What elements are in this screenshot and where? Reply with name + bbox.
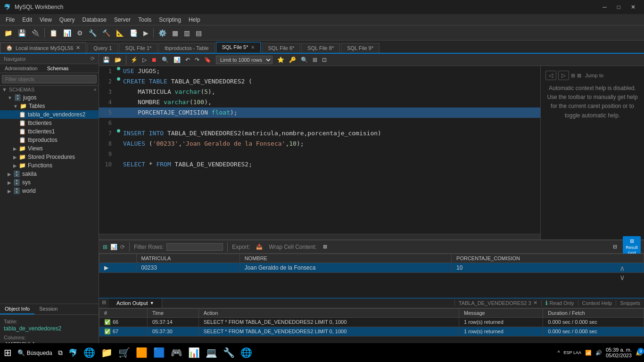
search-btn[interactable]: 🔍 <box>299 56 310 64</box>
tab-query1[interactable]: Query 1 <box>87 43 118 53</box>
tab-sqlfile9[interactable]: SQL File 9* <box>341 43 380 53</box>
result-collapse-btn[interactable]: ⊟ <box>610 243 620 251</box>
toolbar-btn3[interactable]: 📊 <box>61 28 74 38</box>
toolbar-btn6[interactable]: 🔨 <box>100 28 113 38</box>
filter-input[interactable] <box>2 75 97 83</box>
tab-sqlfile6[interactable]: SQL File 6* <box>262 43 300 53</box>
instance-tab[interactable]: 🏠 Local instance MySQL56 ✕ <box>0 42 86 53</box>
debug-btn[interactable]: 🔍 <box>160 56 171 64</box>
taskbar-app3[interactable]: 🎮 <box>169 345 184 360</box>
col-header-matricula[interactable]: MATRICULA <box>136 254 239 263</box>
col-header-comision[interactable]: PORCENTAJE_COMISION <box>452 254 644 263</box>
scroll-up-icon[interactable]: ∧ <box>619 264 625 273</box>
next-btn[interactable]: ↷ <box>193 56 201 64</box>
sql-editor[interactable]: 1 USE JUGOS; 2 CREATE TABLE TABLA_DE_VEN… <box>99 66 540 239</box>
navigator-icon[interactable]: ⟳ <box>91 56 95 62</box>
code-content[interactable]: 1 USE JUGOS; 2 CREATE TABLE TABLA_DE_VEN… <box>99 66 540 234</box>
taskbar-store[interactable]: 🛒 <box>116 345 132 360</box>
tabla-tab-close[interactable]: ✕ <box>533 300 537 306</box>
taskview-btn[interactable]: ⧉ <box>56 347 65 359</box>
menu-edit[interactable]: Edit <box>18 16 36 24</box>
tray-datetime[interactable]: 05:39 a. m. 05/02/2023 <box>606 347 632 358</box>
result-refresh-icon[interactable]: ⟳ <box>120 244 125 250</box>
taskbar-app7[interactable]: 🌐 <box>239 345 254 360</box>
toolbar-layout2[interactable]: ▥ <box>182 28 192 38</box>
output-dropdown[interactable]: ▼ <box>150 301 154 305</box>
menu-query[interactable]: Query <box>56 16 79 24</box>
save-btn[interactable]: 💾 <box>101 56 112 64</box>
indent-btn[interactable]: ⊞ <box>311 56 319 64</box>
folder-tables[interactable]: ▼ 📁 Tables <box>0 102 99 110</box>
action-row-66[interactable]: ✅66 05:37:14 SELECT * FROM TABLA_DE_VEND… <box>99 317 644 327</box>
menu-database[interactable]: Database <box>79 16 110 24</box>
taskbar-app4[interactable]: 📊 <box>186 345 202 360</box>
context-help-tab[interactable]: Context Help <box>578 300 616 306</box>
col-header-nombre[interactable]: NOMBRE <box>239 254 451 263</box>
output-tab-action[interactable]: Action Output ▼ <box>109 298 162 308</box>
folder-stored-procedures[interactable]: ▶ 📁 Stored Procedures <box>0 153 99 161</box>
taskbar-app2[interactable]: 🟦 <box>151 345 167 360</box>
tray-arrow[interactable]: ^ <box>557 350 560 355</box>
tray-volume[interactable]: 🔊 <box>595 350 602 356</box>
folder-views[interactable]: ▶ 📁 Views <box>0 144 99 153</box>
table-vendedores2[interactable]: 📋 tabla_de_vendedores2 <box>0 110 99 119</box>
tab-session[interactable]: Session <box>34 304 62 314</box>
toolbar-btn5[interactable]: 🔧 <box>86 28 99 38</box>
minimize-button[interactable]: ─ <box>598 2 611 12</box>
explain-btn[interactable]: 📊 <box>172 56 182 64</box>
toolbar-settings[interactable]: ⚙️ <box>156 28 169 38</box>
tab-sqlfile1[interactable]: SQL File 1* <box>119 43 157 53</box>
export-btn[interactable]: 📥 <box>253 243 266 251</box>
star-btn[interactable]: ⭐ <box>275 56 286 64</box>
taskbar-browser[interactable]: 🌐 <box>82 345 97 360</box>
tab-object-info[interactable]: Object Info <box>0 304 34 314</box>
menu-view[interactable]: View <box>36 16 56 24</box>
menu-file[interactable]: File <box>2 16 18 24</box>
toolbar-layout1[interactable]: ▦ <box>170 28 181 38</box>
toolbar-btn7[interactable]: 📐 <box>114 28 126 38</box>
help-fwd-btn[interactable]: ▷ <box>558 71 569 80</box>
start-button[interactable]: ⊞ <box>2 345 14 360</box>
taskbar-file[interactable]: 📁 <box>99 345 115 360</box>
folder-functions[interactable]: ▶ 📁 Functions <box>0 161 99 170</box>
schema-sys[interactable]: ▶ 🗄️ sys <box>0 178 99 187</box>
menu-tools[interactable]: Tools <box>134 16 155 24</box>
toolbar-btn2[interactable]: 📋 <box>47 28 60 38</box>
taskbar-app5[interactable]: 💻 <box>204 345 219 360</box>
search-button[interactable]: 🔍 Búsqueda <box>16 347 54 358</box>
table-tbclientes[interactable]: 📋 tbclientes <box>0 119 99 127</box>
toolbar-btn9[interactable]: ▶ <box>141 28 151 38</box>
tab-sqlfile8[interactable]: SQL File 8* <box>301 43 340 53</box>
menu-help[interactable]: Help <box>185 16 204 24</box>
prev-btn[interactable]: ↶ <box>183 56 192 64</box>
execute-sel-btn[interactable]: ▷ <box>140 56 149 64</box>
execute-btn[interactable]: ⚡ <box>129 56 140 64</box>
scroll-down-icon[interactable]: ∨ <box>619 273 625 282</box>
toolbar-btn8[interactable]: 📑 <box>127 28 140 38</box>
menu-server[interactable]: Server <box>110 16 134 24</box>
tab-tbproductos[interactable]: tbproductos - Table <box>158 43 215 53</box>
help-back-btn[interactable]: ◁ <box>545 71 556 80</box>
toolbar-save[interactable]: 💾 <box>16 28 28 38</box>
wrap-cell-btn[interactable]: ⊠ <box>320 243 330 251</box>
snippets-tab[interactable]: Snippets <box>616 300 644 306</box>
tab-sqlfile5[interactable]: SQL File 5* ✕ <box>216 42 261 53</box>
admin-tab-administration[interactable]: Administration <box>0 64 42 73</box>
wrap-btn[interactable]: ⊡ <box>320 56 329 64</box>
tray-wifi[interactable]: 📶 <box>585 350 592 356</box>
stop-btn[interactable]: ⏹ <box>149 56 159 64</box>
schema-sakila[interactable]: ▶ 🗄️ sakila <box>0 170 99 178</box>
table-tbproductos[interactable]: 📋 tbproductos <box>0 136 99 144</box>
taskbar-workbench[interactable]: 🐬 <box>66 346 80 359</box>
format-btn[interactable]: 🔑 <box>287 56 298 64</box>
toolbar-btn4[interactable]: ⚙ <box>74 28 85 38</box>
taskbar-app6[interactable]: 🔧 <box>221 345 237 360</box>
toolbar-layout3[interactable]: ▤ <box>193 28 204 38</box>
maximize-button[interactable]: □ <box>612 2 625 12</box>
notification-btn[interactable]: 🔔 9 <box>636 350 642 356</box>
close-button[interactable]: ✕ <box>626 2 640 12</box>
tab-sqlfile5-close[interactable]: ✕ <box>251 45 255 50</box>
toolbar-open[interactable]: 📁 <box>2 28 15 38</box>
taskbar-app1[interactable]: 🟧 <box>134 345 149 360</box>
menu-scripting[interactable]: Scripting <box>155 16 185 24</box>
